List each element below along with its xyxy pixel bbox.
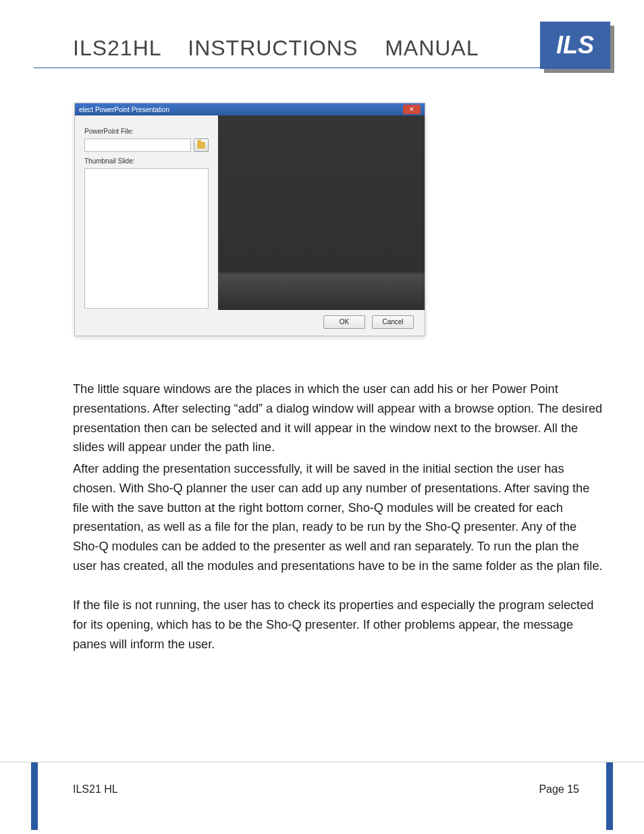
footer-doc-name: ILS21 HL	[73, 783, 118, 796]
paragraph-2: After adding the presentation successful…	[73, 459, 603, 576]
powerpoint-file-input[interactable]	[84, 138, 191, 152]
paragraph-1: The little square windows are the places…	[73, 380, 603, 457]
powerpoint-file-label: PowerPoint File:	[84, 128, 134, 135]
dialog-titlebar: elect PowerPoint Presentation ✕	[75, 103, 425, 115]
thumbnail-listbox[interactable]	[84, 168, 209, 309]
slide-preview-pane	[218, 115, 425, 310]
page-title: ILS21HL INSTRUCTIONS MANUAL	[73, 36, 479, 61]
footer-accent-left	[31, 762, 38, 830]
footer-page-number: Page 15	[539, 783, 579, 796]
footer-divider	[0, 762, 644, 762]
ils-logo: ILS	[540, 22, 610, 69]
select-powerpoint-dialog: elect PowerPoint Presentation ✕ PowerPoi…	[74, 103, 425, 336]
ok-button[interactable]: OK	[323, 315, 365, 329]
close-button[interactable]: ✕	[403, 105, 421, 114]
header-divider	[34, 68, 610, 68]
footer-accent-right	[606, 762, 613, 830]
paragraph-3: If the file is not running, the user has…	[73, 596, 603, 654]
browse-button[interactable]	[194, 138, 209, 152]
dialog-title: elect PowerPoint Presentation	[79, 106, 169, 113]
thumbnail-slide-label: Thumbnail Slide:	[84, 157, 134, 165]
dialog-body: PowerPoint File: Thumbnail Slide: OK Can…	[75, 115, 425, 336]
cancel-button[interactable]: Cancel	[372, 315, 414, 329]
folder-icon	[197, 142, 205, 149]
